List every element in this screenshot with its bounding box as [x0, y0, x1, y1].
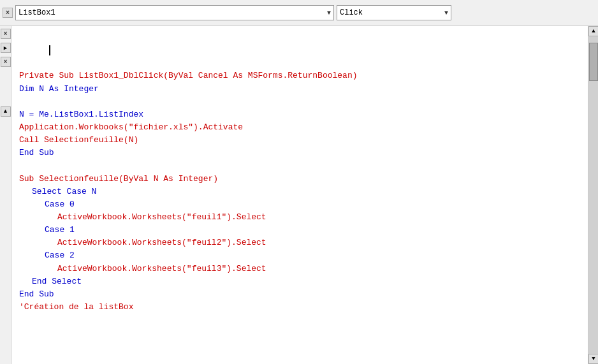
- scroll-track[interactable]: [588, 36, 598, 354]
- main-area: × ▶ × ▲ Private Sub ListBox1_DblClick(By…: [0, 26, 598, 364]
- sidebar-btn-2[interactable]: ▲: [1, 106, 11, 117]
- code-editor[interactable]: Private Sub ListBox1_DblClick(ByVal Canc…: [11, 26, 588, 364]
- text-cursor: [49, 45, 50, 55]
- object-dropdown-arrow: ▼: [327, 10, 331, 17]
- object-dropdown-value: ListBox1: [18, 8, 55, 17]
- code-line-13: Case 1: [19, 224, 580, 237]
- code-line-15: Case 2: [19, 249, 580, 262]
- code-line-9: Sub Selectionfeuille(ByVal N As Integer): [19, 173, 580, 186]
- code-line-16: ActiveWorkbook.Worksheets("feuil3").Sele…: [19, 263, 580, 275]
- code-line-7: End Sub: [19, 147, 580, 159]
- left-sidebar: × ▶ × ▲: [0, 26, 11, 364]
- object-dropdown[interactable]: ListBox1 ▼: [15, 5, 334, 20]
- event-dropdown-value: Click: [340, 8, 363, 17]
- code-line-14: ActiveWorkbook.Worksheets("feuil2").Sele…: [19, 237, 580, 249]
- event-dropdown[interactable]: Click ▼: [337, 5, 451, 20]
- code-line-17: End Select: [19, 275, 580, 288]
- code-line-cursor: [19, 31, 580, 69]
- scroll-thumb[interactable]: [589, 43, 598, 81]
- sidebar-close-1[interactable]: ×: [1, 29, 11, 39]
- code-line-2: Dim N As Integer: [19, 83, 580, 96]
- close-button-1[interactable]: ×: [3, 8, 13, 18]
- code-line-1: Private Sub ListBox1_DblClick(ByVal Canc…: [19, 69, 580, 82]
- code-line-5: Application.Workbooks("fichier.xls").Act…: [19, 121, 580, 134]
- code-line-19: 'Création de la listBox: [19, 301, 580, 314]
- code-line-4: N = Me.ListBox1.ListIndex: [19, 108, 580, 121]
- scroll-up-button[interactable]: ▲: [588, 26, 598, 36]
- scroll-down-button[interactable]: ▼: [588, 354, 598, 364]
- toolbar: × ListBox1 ▼ Click ▼: [0, 0, 598, 26]
- code-line-8: [19, 159, 580, 172]
- code-line-10: Select Case N: [19, 186, 580, 198]
- code-line-11: Case 0: [19, 198, 580, 211]
- code-line-18: End Sub: [19, 288, 580, 301]
- sidebar-btn-1[interactable]: ▶: [1, 43, 11, 53]
- sidebar-close-2[interactable]: ×: [1, 57, 11, 67]
- event-dropdown-arrow: ▼: [444, 10, 448, 17]
- code-line-6: Call Selectionfeuille(N): [19, 134, 580, 147]
- code-line-12: ActiveWorkbook.Worksheets("feuil1").Sele…: [19, 211, 580, 224]
- code-line-3: [19, 96, 580, 108]
- close-icon-1: ×: [6, 10, 10, 17]
- vertical-scrollbar[interactable]: ▲ ▼: [588, 26, 598, 364]
